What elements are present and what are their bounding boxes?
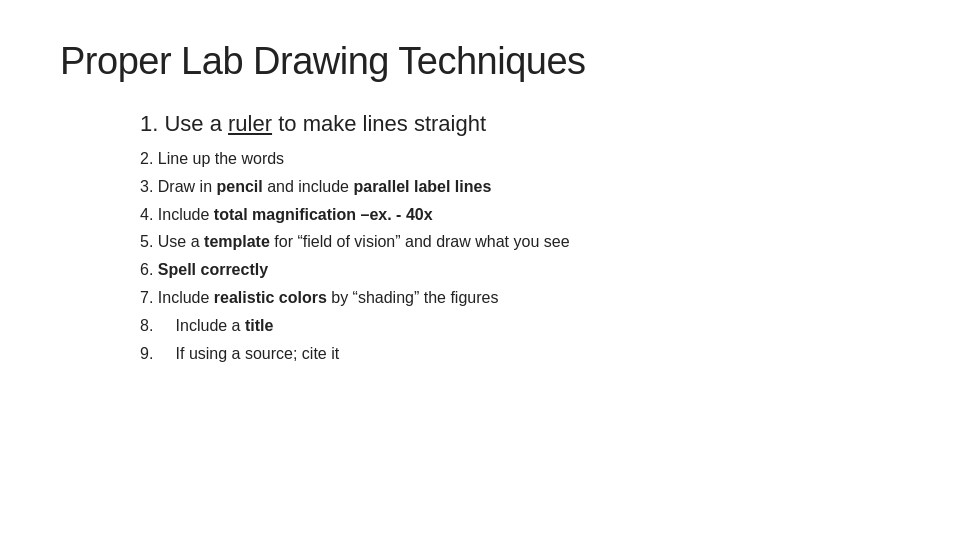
item1-suffix: to make lines straight [272,111,486,136]
item2-text: Line up the words [158,150,284,167]
list-item-8: 8. Include a title [140,314,900,339]
item8-number: 8. [140,317,153,334]
item1-prefix: 1. Use a [140,111,228,136]
item9-number: 9. [140,345,153,362]
list-items: 2. Line up the words 3. Draw in pencil a… [140,147,900,366]
item4-number: 4. [140,206,153,223]
item3-bold2: parallel label lines [353,178,491,195]
list-item-5: 5. Use a template for “field of vision” … [140,230,900,255]
list-item-6: 6. Spell correctly [140,258,900,283]
item3-bold1: pencil [216,178,262,195]
item6-bold1: Spell correctly [158,261,268,278]
item7-number: 7. [140,289,153,306]
item9-text: If using a source; cite it [158,345,339,362]
content-area: 1. Use a ruler to make lines straight 2.… [60,111,900,366]
list-item-3: 3. Draw in pencil and include parallel l… [140,175,900,200]
list-item-7: 7. Include realistic colors by “shading”… [140,286,900,311]
item1-ruler: ruler [228,111,272,136]
item3-number: 3. [140,178,153,195]
item7-post: by “shading” the figures [327,289,499,306]
list-item-1: 1. Use a ruler to make lines straight [140,111,900,137]
item5-bold1: template [204,233,270,250]
list-item-2: 2. Line up the words [140,147,900,172]
item5-number: 5. [140,233,153,250]
item4-pre: Include [158,206,214,223]
page: Proper Lab Drawing Techniques 1. Use a r… [0,0,960,540]
item7-pre: Include [158,289,214,306]
item8-bold1: title [245,317,273,334]
item5-post: for “field of vision” and draw what you … [270,233,570,250]
item3-pre: Draw in [158,178,217,195]
item7-bold1: realistic colors [214,289,327,306]
list-item-9: 9. If using a source; cite it [140,342,900,367]
list-item-4: 4. Include total magnification –ex. - 40… [140,203,900,228]
item5-pre: Use a [158,233,204,250]
item8-spacing: Include a [158,317,245,334]
item3-mid: and include [263,178,354,195]
item2-number: 2. [140,150,153,167]
page-title: Proper Lab Drawing Techniques [60,40,900,83]
item4-bold1: total magnification –ex. - 40x [214,206,433,223]
item6-number: 6. [140,261,153,278]
